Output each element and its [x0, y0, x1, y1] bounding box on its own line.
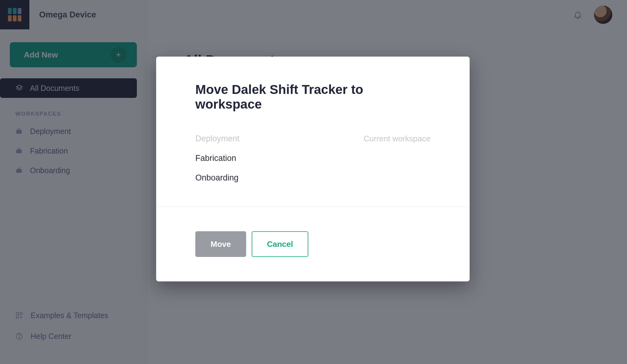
workspace-option-label: Onboarding	[195, 173, 238, 183]
workspace-option-onboarding[interactable]: Onboarding	[195, 168, 430, 188]
button-label: Cancel	[267, 240, 293, 249]
modal-title: Move Dalek Shift Tracker to workspace	[195, 82, 430, 112]
workspace-option-label: Deployment	[195, 134, 239, 143]
button-label: Move	[211, 240, 231, 249]
cancel-button[interactable]: Cancel	[252, 231, 308, 257]
workspace-option-fabrication[interactable]: Fabrication	[195, 148, 430, 168]
move-button[interactable]: Move	[195, 231, 246, 257]
workspace-option-label: Fabrication	[195, 154, 236, 163]
modal-body: Move Dalek Shift Tracker to workspace De…	[156, 57, 470, 206]
workspace-option-deployment: Deployment Current workspace	[195, 129, 430, 148]
modal-footer: Move Cancel	[156, 207, 470, 281]
current-workspace-hint: Current workspace	[364, 134, 430, 143]
move-workspace-modal: Move Dalek Shift Tracker to workspace De…	[156, 57, 470, 281]
